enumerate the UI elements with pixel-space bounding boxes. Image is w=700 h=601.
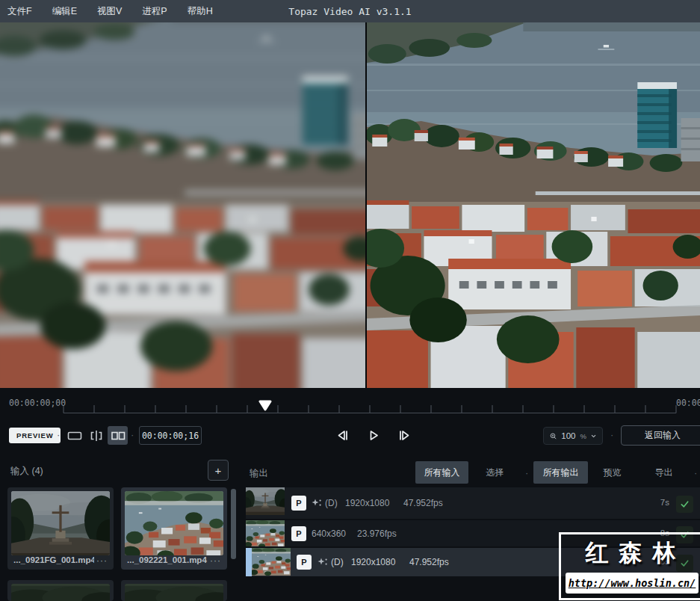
zoom-in-icon <box>550 431 557 441</box>
selection-bar <box>246 548 252 576</box>
separator-dot: · <box>610 429 613 440</box>
view-side-by-side-button[interactable] <box>108 426 128 445</box>
zoom-unit: % <box>580 432 586 440</box>
playback-controls <box>335 427 412 443</box>
step-back-button[interactable] <box>335 427 351 443</box>
checkmark-icon <box>680 499 690 509</box>
tab-all-inputs[interactable]: 所有输入 <box>415 461 468 484</box>
menu-file[interactable]: 文件F <box>7 5 32 18</box>
add-input-button[interactable]: + <box>208 460 229 481</box>
app-window: 文件F 编辑E 视图V 进程P 帮助H Topaz Video AI v3.1.… <box>0 0 700 601</box>
output-fps: 47.952fps <box>409 557 449 567</box>
input-item-4[interactable] <box>121 580 227 601</box>
input-filename-2: ..._092221_001.mp4 <box>127 555 208 564</box>
input-panel-title: 输入 (4) <box>10 465 43 478</box>
watermark-title: 红森林 <box>561 537 700 569</box>
zoom-value: 100 <box>561 431 575 440</box>
play-icon <box>366 429 381 442</box>
output-fps: 23.976fps <box>357 528 397 539</box>
output-video-frame <box>367 22 700 388</box>
side-by-side-icon <box>109 428 127 443</box>
input-video-frame <box>0 22 365 388</box>
menubar: 文件F 编辑E 视图V 进程P 帮助H <box>0 0 700 22</box>
preview-output-pane[interactable] <box>367 22 700 388</box>
input-thumbnail-2 <box>125 491 223 555</box>
complete-check-button[interactable] <box>676 496 693 513</box>
playhead[interactable] <box>258 400 272 411</box>
separator-dot: · <box>694 467 697 478</box>
preview-badge[interactable]: P <box>291 526 306 541</box>
output-detail-flag: (D) <box>331 557 344 567</box>
input-item-3[interactable] <box>7 580 114 601</box>
tab-selected[interactable]: 选择 <box>468 461 521 484</box>
return-to-input-button[interactable]: 返回输入 <box>621 425 700 446</box>
menu-process[interactable]: 进程P <box>142 5 167 18</box>
output-resolution: 1920x1080 <box>351 557 395 567</box>
timeline-start-time: 00:00:00;00 <box>9 398 66 408</box>
output-fps: 47.952fps <box>403 498 443 508</box>
item-menu-icon[interactable]: ··· <box>96 555 108 566</box>
output-thumbnail-3 <box>252 548 291 576</box>
output-duration: 7s <box>660 498 669 507</box>
menu-help[interactable]: 帮助H <box>188 5 213 18</box>
timeline-end-time: 00:00: <box>676 398 700 408</box>
view-single-button[interactable] <box>64 426 84 445</box>
preview-button[interactable]: PREVIEW <box>9 428 61 443</box>
output-resolution: 1920x1080 <box>345 498 389 508</box>
item-menu-icon[interactable]: ··· <box>210 555 221 566</box>
tab-all-outputs[interactable]: 所有输出 <box>533 461 588 484</box>
input-item-2-selected[interactable]: ..._092221_001.mp4 ··· <box>121 487 227 570</box>
input-thumbnail-3 <box>11 584 110 601</box>
output-panel-title: 输出 <box>250 467 268 480</box>
output-thumbnail-2 <box>246 520 285 546</box>
preview-area <box>0 22 700 388</box>
timeline[interactable]: 00:00:00;00 00:00: <box>0 388 700 422</box>
step-back-icon <box>335 429 350 442</box>
chevron-down-icon <box>591 434 596 439</box>
menu-edit[interactable]: 编辑E <box>52 5 77 18</box>
tab-exports[interactable]: 导出 <box>636 461 691 484</box>
ai-enhance-icon <box>311 498 322 509</box>
preview-input-pane[interactable] <box>0 22 365 388</box>
single-view-icon <box>66 428 84 443</box>
timecode-field[interactable]: 00:00:00;16 <box>139 426 202 445</box>
output-detail-flag: (D) <box>325 498 338 508</box>
tab-previews[interactable]: 预览 <box>588 461 636 484</box>
input-thumbnail-4 <box>125 584 223 601</box>
control-bar: PREVIEW · · 00 <box>0 422 700 452</box>
play-button[interactable] <box>365 427 382 443</box>
menu-view[interactable]: 视图V <box>97 5 122 18</box>
watermark-url-bar: http://www.hoslin.cn/ <box>566 573 699 594</box>
input-scrollbar[interactable] <box>231 489 236 559</box>
zoom-control[interactable]: 100 % <box>543 427 603 445</box>
preview-badge[interactable]: P <box>297 555 312 570</box>
output-thumbnail-1 <box>246 487 285 519</box>
view-mode-group <box>64 426 128 445</box>
watermark-overlay: 红森林 http://www.hoslin.cn/ <box>559 532 700 600</box>
output-resolution: 640x360 <box>312 528 346 539</box>
separator-dot: · <box>57 429 60 440</box>
output-row-1[interactable]: P (D) 1920x1080 47.952fps 7s <box>246 487 700 519</box>
separator-dot: · <box>525 467 528 478</box>
input-item-1[interactable]: ..._0921FG_001.mp4 ··· <box>7 487 114 570</box>
timeline-ruler[interactable] <box>0 388 700 422</box>
split-view-icon <box>87 428 105 443</box>
preview-badge[interactable]: P <box>291 496 306 511</box>
watermark-url: http://www.hoslin.cn/ <box>569 577 696 589</box>
input-filename-1: ..._0921FG_001.mp4 <box>13 555 94 564</box>
separator-dot: · <box>131 429 134 440</box>
step-forward-button[interactable] <box>396 427 412 443</box>
view-split-button[interactable] <box>86 426 106 445</box>
ai-enhance-icon <box>317 557 328 568</box>
step-forward-icon <box>397 429 412 442</box>
input-thumbnail-1 <box>11 491 110 555</box>
